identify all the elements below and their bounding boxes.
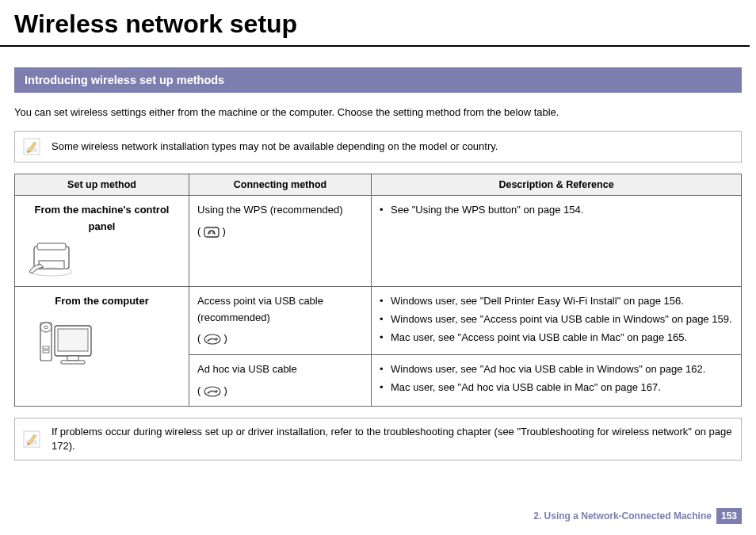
- computer-illustration: [23, 315, 181, 370]
- intro-text: You can set wireless settings either fro…: [14, 105, 742, 120]
- table-header-connecting: Connecting method: [189, 174, 372, 196]
- note-text: Some wireless network installation types…: [52, 139, 498, 154]
- cell-connecting-wps: Using the WPS (recommended) ( ): [189, 196, 372, 287]
- printer-illustration: [23, 240, 181, 280]
- list-item: Mac user, see "Ad hoc via USB cable in M…: [380, 380, 733, 396]
- svg-point-9: [44, 326, 48, 329]
- setup-methods-table: Set up method Connecting method Descript…: [14, 174, 742, 407]
- footer-chapter: 2. Using a Network-Connected Machine: [533, 510, 712, 522]
- cell-method-computer: From the computer: [15, 286, 189, 406]
- list-item: Windows user, see "Dell Printer Easy Wi-…: [380, 293, 733, 309]
- paren-close: ): [224, 332, 227, 344]
- note-box-availability: Some wireless network installation types…: [14, 131, 742, 162]
- page-content: Introducing wireless set up methods You …: [0, 67, 756, 460]
- cell-connecting-ap-usb: Access point via USB cable (recommended)…: [189, 286, 372, 354]
- list-item: See "Using the WPS button" on page 154.: [380, 202, 733, 218]
- table-row: From the computer: [15, 286, 742, 354]
- pencil-note-icon: [23, 138, 40, 155]
- pencil-note-icon: [23, 430, 40, 448]
- paren-close: ): [224, 384, 227, 396]
- paren-close: ): [223, 225, 226, 237]
- list-item: Windows user, see "Ad hoc via USB cable …: [380, 361, 733, 377]
- usb-cable-icon: [204, 384, 224, 396]
- section-heading: Introducing wireless set up methods: [14, 67, 742, 93]
- list-item: Mac user, see "Access point via USB cabl…: [380, 330, 733, 346]
- cell-desc-wps: See "Using the WPS button" on page 154.: [372, 196, 742, 287]
- note-text: If problems occur during wireless set up…: [52, 425, 733, 453]
- table-row: From the machine's control panel Using t…: [15, 196, 742, 287]
- list-item: Windows user, see "Access point via USB …: [380, 311, 733, 327]
- cell-connecting-adhoc: Ad hoc via USB cable ( ): [189, 355, 372, 407]
- connecting-label: Access point via USB cable (recommended): [197, 295, 323, 323]
- method-label: From the machine's control panel: [35, 204, 170, 232]
- method-label: From the computer: [55, 295, 148, 307]
- page-title: Wireless network setup: [0, 0, 750, 47]
- table-header-method: Set up method: [15, 174, 189, 196]
- connecting-label: Using the WPS (recommended): [197, 204, 343, 216]
- svg-rect-14: [67, 356, 78, 361]
- svg-rect-6: [204, 227, 219, 237]
- note-box-troubleshooting: If problems occur during wireless set up…: [14, 418, 742, 460]
- connecting-label: Ad hoc via USB cable: [197, 363, 297, 375]
- paren-open: (: [197, 384, 200, 396]
- paren-open: (: [197, 225, 200, 237]
- table-header-description: Description & Reference: [372, 174, 742, 196]
- footer-page-number: 153: [716, 508, 742, 524]
- wps-button-icon: [204, 225, 223, 237]
- usb-cable-icon: [204, 332, 224, 344]
- paren-open: (: [197, 332, 200, 344]
- cell-method-machine: From the machine's control panel: [15, 196, 189, 287]
- svg-rect-13: [58, 329, 88, 351]
- svg-rect-3: [37, 243, 66, 250]
- cell-desc-adhoc: Windows user, see "Ad hoc via USB cable …: [372, 355, 742, 407]
- cell-desc-ap-usb: Windows user, see "Dell Printer Easy Wi-…: [372, 286, 742, 354]
- page-footer: 2. Using a Network-Connected Machine 153: [533, 508, 742, 524]
- svg-rect-15: [61, 361, 85, 364]
